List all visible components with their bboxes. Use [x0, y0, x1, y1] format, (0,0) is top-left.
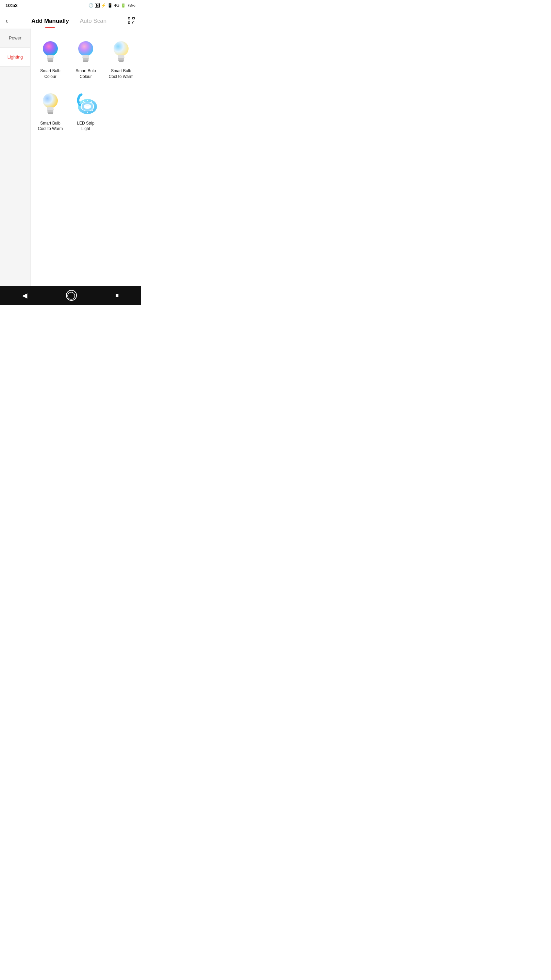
device-smart-bulb-colour-1[interactable]: Smart BulbColour	[33, 33, 67, 84]
bluetooth-icon: ⚡	[101, 3, 106, 8]
svg-point-13	[78, 41, 93, 56]
signal-icon: 4G	[114, 3, 119, 8]
svg-point-19	[114, 41, 129, 56]
nav-recent-button[interactable]: ■	[110, 290, 124, 301]
svg-rect-1	[133, 18, 134, 19]
svg-rect-22	[119, 61, 124, 62]
svg-point-25	[43, 93, 58, 108]
device-smart-bulb-cool-warm-1[interactable]: Smart BulbCool to Warm	[104, 33, 138, 84]
svg-rect-2	[128, 22, 130, 24]
device-label-bulb-cool-warm-1: Smart BulbCool to Warm	[109, 68, 134, 80]
device-label-led-strip: LED StripLight	[77, 121, 94, 132]
device-led-strip[interactable]: LED StripLight	[69, 85, 103, 136]
led-strip-icon	[74, 91, 98, 118]
header-tabs: Add Manually Auto Scan	[11, 15, 127, 27]
svg-rect-16	[83, 61, 88, 62]
svg-point-36	[91, 102, 92, 103]
scan-icon-button[interactable]	[127, 16, 135, 26]
main-layout: Power Lighting	[0, 29, 141, 286]
svg-rect-28	[48, 113, 53, 115]
svg-point-37	[93, 105, 94, 107]
device-label-bulb-colour-2: Smart BulbColour	[76, 68, 95, 80]
nav-back-button[interactable]: ◀	[17, 288, 33, 302]
svg-point-35	[87, 100, 88, 101]
nfc-icon: N	[95, 3, 100, 8]
svg-rect-9	[48, 61, 53, 62]
battery-percent: 78%	[127, 3, 135, 8]
alarm-icon: 🕐	[89, 3, 94, 8]
app-header: ‹ Add Manually Auto Scan	[0, 11, 141, 29]
svg-rect-0	[128, 18, 130, 19]
battery-icon: 🔋	[121, 3, 126, 8]
svg-point-40	[79, 103, 81, 104]
sidebar-item-lighting[interactable]: Lighting	[0, 48, 30, 67]
bulb-cool-warm-icon-1	[109, 38, 133, 65]
bulb-cool-warm-icon-2	[38, 91, 62, 118]
sidebar: Power Lighting	[0, 29, 30, 286]
tab-add-manually[interactable]: Add Manually	[26, 15, 75, 27]
device-content: Smart BulbColour	[30, 29, 141, 286]
svg-point-34	[83, 101, 84, 102]
status-time: 10:52	[5, 3, 18, 8]
lighting-label: Lighting	[8, 54, 23, 60]
device-label-bulb-cool-warm-2: Smart BulbCool to Warm	[38, 121, 63, 132]
vibrate-icon: 📳	[108, 3, 113, 8]
svg-point-41	[79, 100, 80, 101]
svg-point-39	[87, 111, 88, 113]
status-icons: 🕐 N ⚡ 📳 4G 🔋 78%	[89, 3, 135, 8]
tab-auto-scan[interactable]: Auto Scan	[75, 15, 112, 27]
nav-bar: ◀ ◯ ■	[0, 286, 141, 305]
back-button[interactable]: ‹	[5, 15, 11, 27]
device-label-bulb-colour-1: Smart BulbColour	[40, 68, 60, 80]
power-label: Power	[9, 35, 21, 40]
bulb-colour-icon-1	[38, 38, 62, 65]
sidebar-item-power[interactable]: Power	[0, 29, 30, 48]
status-bar: 10:52 🕐 N ⚡ 📳 4G 🔋 78%	[0, 0, 141, 11]
svg-rect-12	[48, 56, 52, 56]
device-smart-bulb-cool-warm-2[interactable]: Smart BulbCool to Warm	[33, 85, 67, 136]
bulb-colour-icon-2	[74, 38, 98, 65]
svg-point-6	[43, 41, 58, 56]
svg-point-38	[92, 110, 93, 111]
device-grid: Smart BulbColour	[33, 33, 138, 136]
device-smart-bulb-colour-2[interactable]: Smart BulbColour	[69, 33, 103, 84]
nav-home-button[interactable]: ◯	[66, 290, 77, 301]
